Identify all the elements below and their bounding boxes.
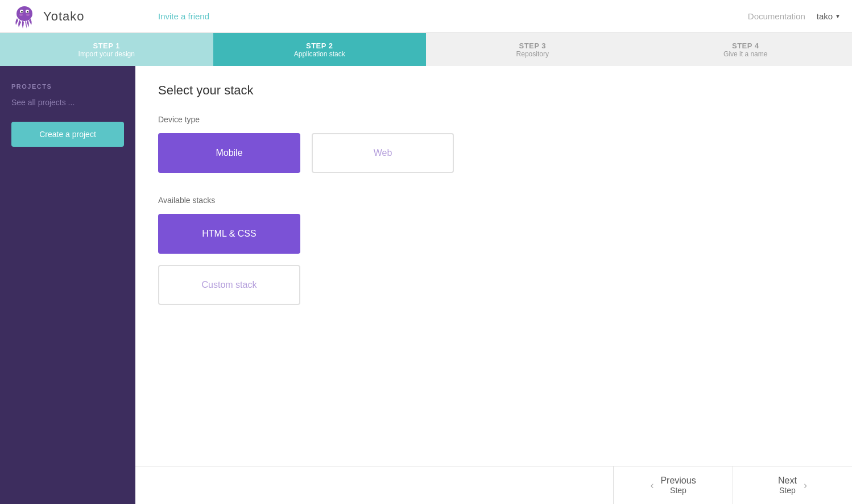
next-btn-text: Next Step	[778, 476, 797, 495]
step-4-number: STEP 4	[732, 42, 759, 50]
main-layout: PROJECTS See all projects ... Create a p…	[0, 66, 852, 504]
previous-step-button[interactable]: ‹ Previous Step	[613, 466, 733, 504]
logo-area: Yotako	[11, 3, 147, 30]
see-all-projects[interactable]: See all projects ...	[0, 94, 135, 110]
user-menu[interactable]: tako ▼	[817, 11, 841, 21]
page-title: Select your stack	[158, 83, 829, 98]
prev-btn-text: Previous Step	[660, 476, 696, 495]
step-3-number: STEP 3	[519, 42, 546, 50]
stack-options: HTML & CSS Custom stack	[158, 214, 829, 305]
svg-point-6	[26, 14, 30, 16]
prev-arrow-icon: ‹	[650, 480, 654, 491]
step-1-number: STEP 1	[93, 42, 120, 50]
step-3-label: Repository	[516, 50, 549, 58]
footer-nav: ‹ Previous Step Next Step ›	[135, 466, 852, 504]
mobile-button[interactable]: Mobile	[158, 133, 300, 173]
available-stacks-label: Available stacks	[158, 196, 829, 205]
step-4-label: Give it a name	[723, 50, 767, 58]
custom-stack-button[interactable]: Custom stack	[158, 265, 300, 305]
device-type-label: Device type	[158, 115, 829, 124]
create-project-button[interactable]: Create a project	[11, 122, 124, 147]
web-button[interactable]: Web	[312, 133, 454, 173]
invite-link[interactable]: Invite a friend	[158, 11, 209, 21]
next-step-button[interactable]: Next Step ›	[733, 466, 852, 504]
step-2-number: STEP 2	[306, 42, 333, 50]
logo-text: Yotako	[43, 9, 84, 24]
step-3[interactable]: STEP 3 Repository	[426, 33, 639, 66]
step-2-label: Application stack	[294, 50, 345, 58]
svg-point-4	[27, 11, 28, 13]
chevron-down-icon: ▼	[835, 13, 841, 19]
username: tako	[817, 11, 833, 21]
prev-label: Previous	[660, 476, 696, 486]
step-1-label: Import your design	[78, 50, 135, 58]
next-sublabel: Step	[778, 486, 797, 495]
next-arrow-icon: ›	[804, 480, 807, 491]
step-2[interactable]: STEP 2 Application stack	[213, 33, 427, 66]
svg-point-3	[21, 11, 23, 13]
header-center: Invite a friend	[147, 11, 748, 21]
device-options: Mobile Web	[158, 133, 829, 173]
steps-bar: STEP 1 Import your design STEP 2 Applica…	[0, 33, 852, 66]
next-label: Next	[778, 476, 797, 486]
header: Yotako Invite a friend Documentation tak…	[0, 0, 852, 33]
header-right: Documentation tako ▼	[748, 11, 841, 21]
content-area: Select your stack Device type Mobile Web…	[135, 66, 852, 504]
svg-point-5	[19, 14, 23, 16]
prev-sublabel: Step	[660, 486, 696, 495]
sidebar-section-label: PROJECTS	[0, 77, 135, 94]
html-css-button[interactable]: HTML & CSS	[158, 214, 300, 254]
step-4[interactable]: STEP 4 Give it a name	[639, 33, 853, 66]
logo-icon	[11, 3, 38, 30]
step-1[interactable]: STEP 1 Import your design	[0, 33, 213, 66]
documentation-link[interactable]: Documentation	[748, 11, 805, 21]
sidebar: PROJECTS See all projects ... Create a p…	[0, 66, 135, 504]
